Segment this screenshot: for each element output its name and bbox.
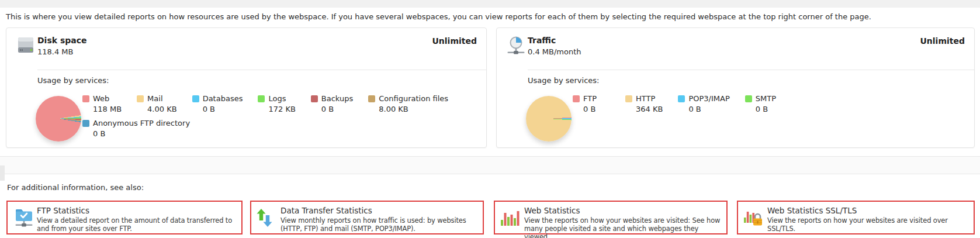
disk-usage-legend: Web118 MBMail4.00 KBDatabases0 BLogs172 … — [82, 94, 480, 138]
ftp-folder-icon — [14, 206, 35, 230]
legend-item-ftp: FTP0 B — [573, 94, 610, 113]
traffic-gauge-icon — [507, 36, 525, 57]
traffic-card: Traffic 0.4 MB/month Unlimited Usage by … — [496, 27, 975, 148]
legend-item-databases: Databases0 B — [192, 94, 243, 113]
legend-label: HTTP — [636, 94, 655, 103]
ftp-statistics-link[interactable]: FTP Statistics — [37, 206, 89, 215]
card-value: 118.4 MB — [37, 47, 73, 56]
usage-by-services-label: Usage by services: — [37, 76, 109, 85]
usage-reports-page: This is where you view detailed reports … — [0, 0, 980, 238]
card-divider — [37, 70, 486, 70]
legend-item-backups: Backups0 B — [311, 94, 353, 113]
legend-label: FTP — [583, 94, 597, 103]
web-statistics-description: View the reports on how your websites ar… — [524, 216, 723, 238]
legend-swatch — [625, 95, 632, 102]
legend-swatch — [573, 95, 580, 102]
disk-space-card: Disk space 118.4 MB Unlimited Usage by s… — [6, 27, 487, 148]
ftp-statistics-description: View a detailed report on the amount of … — [37, 216, 238, 233]
card-title: Traffic — [528, 36, 556, 45]
web-statistics-link[interactable]: Web Statistics — [524, 206, 580, 215]
legend-label: Databases — [203, 94, 243, 103]
data-transfer-statistics-link-tile[interactable]: Data Transfer Statistics View monthly re… — [250, 201, 484, 234]
web-statistics-ssl-link[interactable]: Web Statistics SSL/TLS — [767, 206, 857, 215]
legend-item-web: Web118 MB — [82, 94, 122, 113]
legend-value: 172 KB — [268, 105, 295, 113]
legend-value: 0 B — [203, 105, 243, 113]
legend-swatch — [745, 95, 752, 102]
legend-swatch — [368, 95, 375, 102]
web-statistics-link-tile[interactable]: Web Statistics View the reports on how y… — [494, 201, 728, 234]
hard-drive-icon — [16, 36, 35, 57]
legend-swatch — [311, 95, 318, 102]
see-also-heading: For additional information, see also: — [7, 183, 144, 192]
legend-value: 0 B — [321, 105, 353, 113]
transfer-arrows-icon — [256, 208, 277, 232]
legend-item-mail: Mail4.00 KB — [137, 94, 177, 113]
legend-swatch — [678, 95, 685, 102]
data-transfer-statistics-link[interactable]: Data Transfer Statistics — [281, 206, 372, 215]
ftp-statistics-link-tile[interactable]: FTP Statistics View a detailed report on… — [6, 201, 243, 234]
card-value: 0.4 MB/month — [528, 47, 581, 56]
legend-item-smtp: SMTP0 B — [745, 94, 782, 113]
legend-label: Backups — [321, 94, 353, 103]
card-title: Disk space — [37, 36, 87, 45]
usage-by-services-label: Usage by services: — [528, 76, 599, 85]
left-edge-tab — [0, 165, 5, 181]
legend-swatch — [82, 95, 89, 102]
legend-item-anonymous-ftp-directory: Anonymous FTP directory0 B — [82, 119, 190, 138]
legend-value: 0 B — [756, 105, 782, 113]
legend-item-http: HTTP364 KB — [625, 94, 663, 113]
page-description: This is where you view detailed reports … — [6, 12, 871, 21]
disk-usage-pie-chart — [36, 96, 81, 142]
legend-swatch — [258, 95, 265, 102]
legend-label: Mail — [147, 94, 162, 103]
legend-value: 0 B — [583, 105, 610, 113]
top-toolbar-edge — [0, 0, 980, 8]
bar-chart-icon — [500, 209, 521, 233]
legend-item-pop3-imap: POP3/IMAP0 B — [678, 94, 729, 113]
legend-value: 4.00 KB — [147, 105, 177, 113]
card-divider — [528, 70, 974, 70]
web-statistics-ssl-link-tile[interactable]: Web Statistics SSL/TLS View the reports … — [737, 201, 975, 234]
section-gap-band — [0, 157, 980, 174]
legend-swatch — [192, 95, 199, 102]
legend-value: 0 B — [688, 105, 729, 113]
legend-label: POP3/IMAP — [688, 94, 729, 103]
legend-value: 118 MB — [93, 105, 122, 113]
legend-item-logs: Logs172 KB — [258, 94, 295, 113]
legend-label: SMTP — [756, 94, 776, 103]
legend-item-configuration-files: Configuration files8.00 KB — [368, 94, 448, 113]
data-transfer-statistics-description: View monthly reports on how traffic is u… — [281, 216, 479, 233]
legend-value: 0 B — [93, 129, 190, 138]
legend-label: Web — [93, 94, 109, 103]
legend-label: Configuration files — [379, 94, 448, 103]
limit-label: Unlimited — [432, 36, 477, 46]
legend-swatch — [137, 95, 144, 102]
limit-label: Unlimited — [920, 36, 965, 46]
legend-label: Anonymous FTP directory — [93, 119, 190, 127]
legend-value: 364 KB — [636, 105, 663, 113]
bar-chart-lock-icon — [743, 208, 764, 232]
legend-swatch — [82, 120, 89, 127]
traffic-usage-pie-chart — [526, 96, 572, 142]
traffic-usage-legend: FTP0 BHTTP364 KBPOP3/IMAP0 BSMTP0 B — [573, 94, 968, 113]
legend-value: 8.00 KB — [379, 105, 448, 113]
web-statistics-ssl-description: View the reports on how your websites ar… — [767, 216, 970, 233]
legend-label: Logs — [268, 94, 286, 103]
section-divider-bottom — [0, 174, 980, 174]
